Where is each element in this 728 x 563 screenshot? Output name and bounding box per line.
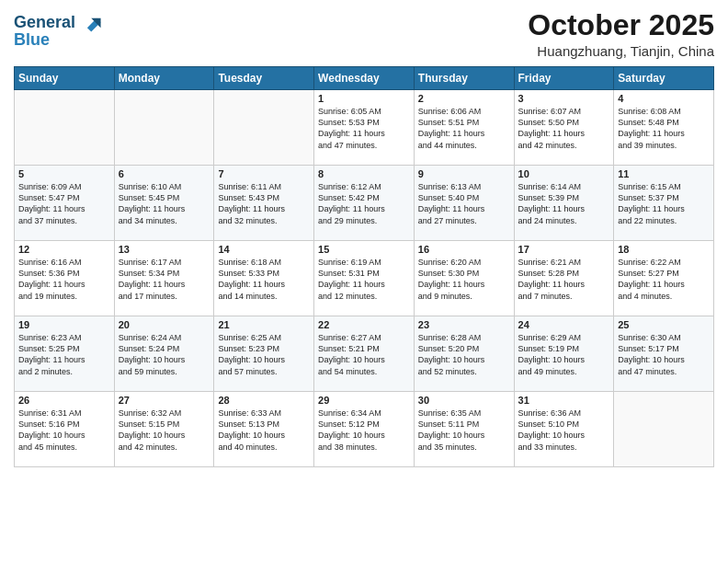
day-info: Sunrise: 6:20 AM Sunset: 5:30 PM Dayligh… [418,257,510,302]
day-number: 20 [119,319,210,330]
day-number: 25 [618,319,710,330]
day-number: 13 [119,244,210,255]
day-number: 30 [418,395,510,406]
day-info: Sunrise: 6:36 AM Sunset: 5:10 PM Dayligh… [518,408,610,453]
day-info: Sunrise: 6:05 AM Sunset: 5:53 PM Dayligh… [318,106,410,151]
calendar-cell: 7Sunrise: 6:11 AM Sunset: 5:43 PM Daylig… [214,166,314,241]
day-info: Sunrise: 6:17 AM Sunset: 5:34 PM Dayligh… [119,257,210,302]
day-info: Sunrise: 6:06 AM Sunset: 5:51 PM Dayligh… [418,106,510,151]
day-info: Sunrise: 6:30 AM Sunset: 5:17 PM Dayligh… [618,332,710,377]
calendar-cell: 5Sunrise: 6:09 AM Sunset: 5:47 PM Daylig… [15,166,115,241]
day-number: 29 [318,395,410,406]
day-number: 18 [618,244,710,255]
calendar-cell: 26Sunrise: 6:31 AM Sunset: 5:16 PM Dayli… [15,392,115,467]
day-info: Sunrise: 6:34 AM Sunset: 5:12 PM Dayligh… [318,408,410,453]
day-number: 8 [318,168,410,179]
day-info: Sunrise: 6:13 AM Sunset: 5:40 PM Dayligh… [418,181,510,226]
day-number: 12 [18,244,110,255]
calendar-cell: 28Sunrise: 6:33 AM Sunset: 5:13 PM Dayli… [214,392,314,467]
day-number: 21 [218,319,310,330]
calendar-cell: 12Sunrise: 6:16 AM Sunset: 5:36 PM Dayli… [15,241,115,316]
day-info: Sunrise: 6:15 AM Sunset: 5:37 PM Dayligh… [618,181,710,226]
calendar-cell: 10Sunrise: 6:14 AM Sunset: 5:39 PM Dayli… [514,166,614,241]
day-number: 10 [518,168,610,179]
calendar-cell: 19Sunrise: 6:23 AM Sunset: 5:25 PM Dayli… [15,316,115,392]
logo: General Blue [14,13,102,50]
calendar-cell: 18Sunrise: 6:22 AM Sunset: 5:27 PM Dayli… [614,241,714,316]
day-info: Sunrise: 6:19 AM Sunset: 5:31 PM Dayligh… [318,257,410,302]
calendar-cell [114,90,214,166]
day-number: 24 [518,319,610,330]
day-number: 4 [618,93,710,104]
day-number: 19 [18,319,110,330]
calendar-cell: 31Sunrise: 6:36 AM Sunset: 5:10 PM Dayli… [514,392,614,467]
calendar-cell: 13Sunrise: 6:17 AM Sunset: 5:34 PM Dayli… [114,241,214,316]
day-info: Sunrise: 6:12 AM Sunset: 5:42 PM Dayligh… [318,181,410,226]
day-info: Sunrise: 6:29 AM Sunset: 5:19 PM Dayligh… [518,332,610,377]
calendar-cell: 2Sunrise: 6:06 AM Sunset: 5:51 PM Daylig… [414,90,514,166]
day-number: 23 [418,319,510,330]
day-number: 6 [119,168,210,179]
weekday-header-sunday: Sunday [15,67,115,90]
day-number: 2 [418,93,510,104]
calendar-week-2: 5Sunrise: 6:09 AM Sunset: 5:47 PM Daylig… [15,166,714,241]
calendar-week-5: 26Sunrise: 6:31 AM Sunset: 5:16 PM Dayli… [15,392,714,467]
weekday-header-thursday: Thursday [414,67,514,90]
weekday-header-row: SundayMondayTuesdayWednesdayThursdayFrid… [15,67,714,90]
month-title: October 2025 [528,9,714,41]
calendar-cell: 6Sunrise: 6:10 AM Sunset: 5:45 PM Daylig… [114,166,214,241]
calendar-cell: 21Sunrise: 6:25 AM Sunset: 5:23 PM Dayli… [214,316,314,392]
calendar-cell: 24Sunrise: 6:29 AM Sunset: 5:19 PM Dayli… [514,316,614,392]
calendar-cell: 27Sunrise: 6:32 AM Sunset: 5:15 PM Dayli… [114,392,214,467]
day-number: 11 [618,168,710,179]
calendar-cell: 17Sunrise: 6:21 AM Sunset: 5:28 PM Dayli… [514,241,614,316]
calendar-table: SundayMondayTuesdayWednesdayThursdayFrid… [14,66,714,467]
weekday-header-wednesday: Wednesday [314,67,415,90]
day-info: Sunrise: 6:18 AM Sunset: 5:33 PM Dayligh… [218,257,310,302]
page: General Blue October 2025 Huangzhuang, T… [0,0,728,563]
day-number: 22 [318,319,410,330]
day-info: Sunrise: 6:31 AM Sunset: 5:16 PM Dayligh… [18,408,110,453]
day-number: 3 [518,93,610,104]
calendar-week-3: 12Sunrise: 6:16 AM Sunset: 5:36 PM Dayli… [15,241,714,316]
day-info: Sunrise: 6:33 AM Sunset: 5:13 PM Dayligh… [218,408,310,453]
calendar-cell: 8Sunrise: 6:12 AM Sunset: 5:42 PM Daylig… [314,166,415,241]
title-block: October 2025 Huangzhuang, Tianjin, China [528,9,714,59]
day-number: 31 [518,395,610,406]
weekday-header-tuesday: Tuesday [214,67,314,90]
day-info: Sunrise: 6:07 AM Sunset: 5:50 PM Dayligh… [518,106,610,151]
calendar-cell: 16Sunrise: 6:20 AM Sunset: 5:30 PM Dayli… [414,241,514,316]
day-number: 9 [418,168,510,179]
calendar-cell: 9Sunrise: 6:13 AM Sunset: 5:40 PM Daylig… [414,166,514,241]
calendar-cell [614,392,714,467]
day-info: Sunrise: 6:27 AM Sunset: 5:21 PM Dayligh… [318,332,410,377]
calendar-cell: 20Sunrise: 6:24 AM Sunset: 5:24 PM Dayli… [114,316,214,392]
day-info: Sunrise: 6:25 AM Sunset: 5:23 PM Dayligh… [218,332,310,377]
day-info: Sunrise: 6:16 AM Sunset: 5:36 PM Dayligh… [18,257,110,302]
day-info: Sunrise: 6:35 AM Sunset: 5:11 PM Dayligh… [418,408,510,453]
day-number: 28 [218,395,310,406]
day-info: Sunrise: 6:24 AM Sunset: 5:24 PM Dayligh… [119,332,210,377]
day-number: 5 [18,168,110,179]
calendar-cell: 14Sunrise: 6:18 AM Sunset: 5:33 PM Dayli… [214,241,314,316]
day-info: Sunrise: 6:10 AM Sunset: 5:45 PM Dayligh… [119,181,210,226]
day-info: Sunrise: 6:11 AM Sunset: 5:43 PM Dayligh… [218,181,310,226]
day-number: 1 [318,93,410,104]
calendar-cell: 1Sunrise: 6:05 AM Sunset: 5:53 PM Daylig… [314,90,415,166]
calendar-cell: 23Sunrise: 6:28 AM Sunset: 5:20 PM Dayli… [414,316,514,392]
calendar-cell: 30Sunrise: 6:35 AM Sunset: 5:11 PM Dayli… [414,392,514,467]
day-number: 27 [119,395,210,406]
day-number: 26 [18,395,110,406]
calendar-cell: 29Sunrise: 6:34 AM Sunset: 5:12 PM Dayli… [314,392,415,467]
calendar-cell: 25Sunrise: 6:30 AM Sunset: 5:17 PM Dayli… [614,316,714,392]
logo-blue: Blue [14,31,102,50]
location-title: Huangzhuang, Tianjin, China [528,43,714,59]
weekday-header-saturday: Saturday [614,67,714,90]
day-info: Sunrise: 6:09 AM Sunset: 5:47 PM Dayligh… [18,181,110,226]
weekday-header-monday: Monday [114,67,214,90]
weekday-header-friday: Friday [514,67,614,90]
calendar-cell: 15Sunrise: 6:19 AM Sunset: 5:31 PM Dayli… [314,241,415,316]
day-info: Sunrise: 6:32 AM Sunset: 5:15 PM Dayligh… [119,408,210,453]
calendar-cell: 3Sunrise: 6:07 AM Sunset: 5:50 PM Daylig… [514,90,614,166]
calendar-cell: 4Sunrise: 6:08 AM Sunset: 5:48 PM Daylig… [614,90,714,166]
